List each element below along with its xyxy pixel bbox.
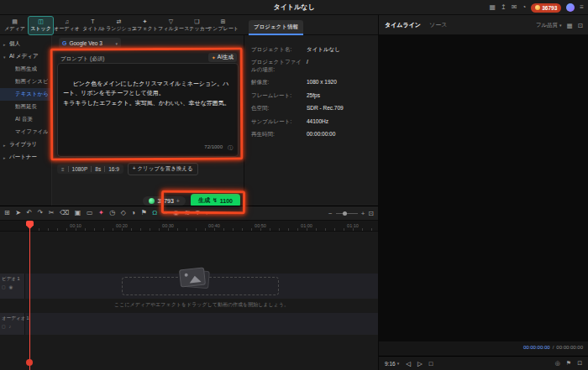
coin-balance: 36793 [542,5,557,11]
keyframe-icon[interactable]: ◇ [121,210,126,216]
delete-icon[interactable]: ⌫ [60,210,69,216]
snapshot-icon[interactable]: ◎ [555,360,560,367]
snap-icon[interactable]: Ω [152,210,157,216]
credits-chip[interactable]: 35793 + [143,196,186,206]
marker-icon[interactable]: ⚑ [566,360,571,367]
tab-icon: ▽ [169,18,173,24]
marker-icon[interactable]: ⚑ [141,210,147,216]
menu-icon[interactable]: ≡ [580,4,584,11]
zoom-slider[interactable] [336,213,358,214]
message-icon[interactable]: ✉ [512,4,517,11]
tab-project-info[interactable]: プロジェクト情報 [249,20,303,35]
ribbon-tab[interactable]: ♫ オーディオ [54,16,80,35]
generate-cost: 1100 [220,198,233,204]
zoom-slider-knob[interactable] [343,211,347,216]
zoom-out-icon[interactable]: − [328,210,333,217]
prev-frame-icon[interactable]: ◁ [406,360,411,367]
credit-amount: 35793 [157,198,173,204]
auto-ripple-icon[interactable]: ∞ [163,210,168,216]
preview-transport-bar: 9:16 ▾ ◁▷□ ◎⚑⊡ [379,356,588,370]
layout-icon[interactable]: ▦ [489,4,496,11]
playhead-line[interactable] [29,221,30,370]
option-value: 16:9 [104,166,119,172]
sidebar-item[interactable]: ▸ パートナー [0,151,51,164]
chevron-icon: ▾ [3,55,8,60]
sidebar-item[interactable]: ▸ 個人 [0,38,51,50]
current-time: 00:00:00:00 [523,345,550,350]
stop-icon[interactable]: □ [429,360,433,367]
ribbon-tab[interactable]: ▤ メディア [2,16,28,35]
undo-icon[interactable]: ↶ [26,210,32,216]
sidebar-item[interactable]: AI 音楽 [0,113,51,126]
sidebar-item[interactable]: 動画生成 [0,63,51,76]
sidebar-item[interactable]: テキストから動画 [0,88,51,101]
cloud-upload-icon[interactable]: ↥ [501,4,507,11]
voiceover-icon[interactable]: ◉ [173,210,179,216]
settings-icon: ≡ [61,167,65,172]
video-track[interactable]: ビデオ 1 ◻ ◉ [0,274,378,299]
ribbon-tab[interactable]: ▽ フィルター [158,16,184,35]
coin-balance-pill[interactable]: 36793 [531,3,561,13]
speed-icon[interactable]: ◷ [109,210,115,216]
preview-tab[interactable]: ソース [429,21,447,29]
model-select[interactable]: G Google Veo 3 ▾ [59,38,121,49]
copy-icon[interactable]: ▣ [75,210,81,216]
pointer-tool-icon[interactable]: ➤ [15,210,21,216]
more-tools-icon[interactable]: ⋯ [214,210,221,216]
quality-dropdown[interactable]: フル品質 ▾ [536,22,562,29]
lock-icon[interactable]: ◻ [2,324,6,329]
fullscreen-icon[interactable]: ⊡ [577,360,582,367]
window-title: タイトルなし [273,3,314,12]
ribbon-tab[interactable]: ❏ ステッカー [184,16,210,35]
media-panel-icon[interactable]: ⊞ [4,210,10,216]
redo-icon[interactable]: ↷ [38,210,44,216]
ai-generate-prompt-button[interactable]: ✦ AI生成 [208,53,237,62]
char-counter: 72/1000 [204,143,223,152]
chroma-key-icon[interactable]: ◑ [131,210,135,216]
notification-icon[interactable]: ◔ [522,4,526,11]
grid-view-icon[interactable]: ▦ [567,22,573,29]
volume-icon[interactable]: ♪ [9,324,12,329]
project-info-row: プロジェクトファイルの場所: / [251,59,371,73]
fit-timeline-icon[interactable]: ⊡ [368,210,374,217]
ribbon-tab[interactable]: ◫ ストック [28,16,54,35]
avatar[interactable] [566,3,575,12]
timeline-ruler[interactable]: 00:1000:2000:3000:4000:5001:0001:10 [0,221,378,232]
replace-clip-button[interactable]: + クリップを置き換える [128,163,198,175]
project-info-value: 00:00:00:00 [307,131,335,138]
project-info-value: SDR - Rec.709 [307,105,344,112]
ai-smart-cut-icon[interactable]: ✦ [98,210,104,216]
audio-track[interactable]: オーディオ 1 ◻ ♪ [0,313,378,335]
sidebar-item[interactable]: マイファイル [0,126,51,138]
sidebar-item[interactable]: 動画インスピレーション [0,76,51,88]
eye-icon[interactable]: ◉ [9,284,13,289]
ribbon-tab[interactable]: ✦ エフェクト [132,16,158,35]
zoom-in-icon[interactable]: + [361,210,365,217]
prompt-input[interactable]: ピンク色をメインにしたクリスマスイルミネーション。ハート、リボンをモチーフとして… [57,63,239,157]
crop-icon[interactable]: ▭ [87,210,93,216]
coin-icon [535,5,540,10]
sidebar-item[interactable]: 動画延長 [0,101,51,113]
titlebar-actions: ▦↥✉◔ 36793 ≡ [489,0,584,15]
aspect-ratio-selector[interactable]: 9:16 ▾ [385,361,399,367]
ribbon-tab[interactable]: ⊞ テンプレート [210,16,236,35]
audio-mixer-icon[interactable]: ≋ [184,210,190,216]
output-settings-chip[interactable]: ≡ 1080P8s16:9 [57,164,123,174]
playhead-bottom-marker [26,359,33,366]
credit-coin-icon [149,198,155,204]
lock-icon[interactable]: ◻ [2,284,6,289]
sidebar-item[interactable]: ▾ AI メディア [0,50,51,63]
mask-icon[interactable]: ◐ [205,210,209,216]
timeline-hint: ここにメディアやエフェクトをドラッグして動画の作成を開始しましょう。 [25,301,378,309]
preview-tab[interactable]: タイムライン [385,21,421,29]
filmora-app-window: タイトルなし ▦↥✉◔ 36793 ≡ ▤ メディア ◫ [0,0,588,370]
generate-label: 生成 [198,196,210,205]
add-credits-icon: + [176,198,180,204]
info-icon[interactable]: ⓘ [228,144,233,153]
text-tool-icon[interactable]: T [196,210,200,216]
sidebar-item[interactable]: ▸ ライブラリ [0,138,51,151]
split-icon[interactable]: ✂ [49,210,55,216]
ribbon-tab[interactable]: ⇄ トランジション [106,16,132,35]
expand-panel-icon[interactable]: ⊡ [578,22,583,29]
play-icon[interactable]: ▷ [417,360,423,367]
